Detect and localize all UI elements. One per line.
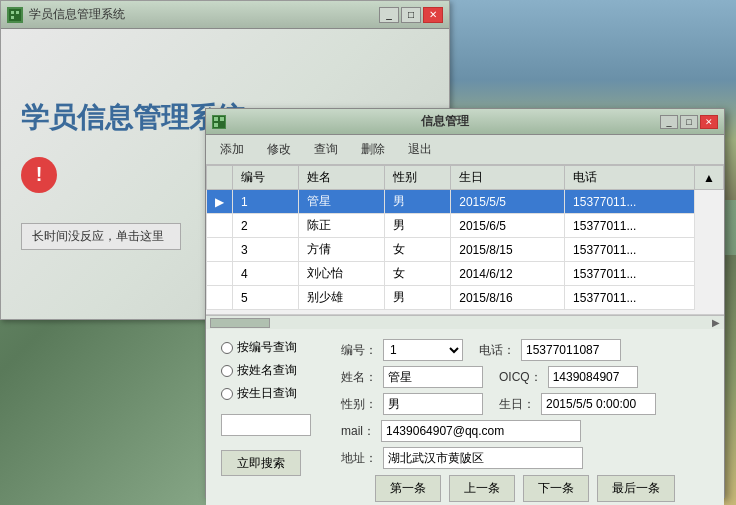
address-input[interactable]: [383, 447, 583, 469]
cell-birthday: 2015/5/5: [451, 190, 565, 214]
oicq-input[interactable]: [548, 366, 638, 388]
oicq-label: OICQ：: [499, 369, 542, 386]
gender-input[interactable]: [383, 393, 483, 415]
col-id: 编号: [233, 166, 299, 190]
address-label: 地址：: [341, 450, 377, 467]
main-maximize-button[interactable]: □: [680, 115, 698, 129]
data-table: 编号 姓名 性别 生日 电话 ▲ ▶ 1 管星 男 2015/5/5: [206, 165, 724, 310]
cell-id: 1: [233, 190, 299, 214]
cell-name: 管星: [299, 190, 385, 214]
svg-rect-6: [220, 117, 224, 121]
field-row-id-phone: 编号： 1 电话：: [341, 339, 709, 361]
id-select[interactable]: 1: [383, 339, 463, 361]
scrollbar-thumb[interactable]: [210, 318, 270, 328]
main-window-icon: [212, 115, 226, 129]
cell-gender: 男: [384, 190, 450, 214]
radio-by-name[interactable]: 按姓名查询: [221, 362, 331, 379]
main-window: 信息管理 _ □ ✕ 添加 修改 查询 删除 退出 编号 姓名 性别 生日 电话: [205, 108, 725, 498]
gender-label: 性别：: [341, 396, 377, 413]
radio-id-label: 按编号查询: [237, 339, 297, 356]
svg-rect-7: [214, 123, 218, 127]
name-label: 姓名：: [341, 369, 377, 386]
mail-input[interactable]: [381, 420, 581, 442]
mail-label: mail：: [341, 423, 375, 440]
main-titlebar: 信息管理 _ □ ✕: [206, 109, 724, 135]
cell-name: 别少雄: [299, 286, 385, 310]
scroll-right-arrow[interactable]: ▶: [712, 317, 720, 328]
search-button[interactable]: 立即搜索: [221, 450, 301, 476]
radio-by-birthday[interactable]: 按生日查询: [221, 385, 331, 402]
delete-button[interactable]: 删除: [357, 139, 389, 160]
cell-name: 方倩: [299, 238, 385, 262]
query-button[interactable]: 查询: [310, 139, 342, 160]
phone-input[interactable]: [521, 339, 621, 361]
cell-id: 3: [233, 238, 299, 262]
slow-response-button[interactable]: 长时间没反应，单击这里: [21, 223, 181, 250]
cell-phone: 15377011...: [565, 286, 695, 310]
row-arrow: [207, 238, 233, 262]
search-input[interactable]: [221, 414, 311, 436]
cell-name: 刘心怡: [299, 262, 385, 286]
next-button[interactable]: 下一条: [523, 475, 589, 502]
phone-label: 电话：: [479, 342, 515, 359]
name-input[interactable]: [383, 366, 483, 388]
col-scroll: ▲: [695, 166, 724, 190]
horizontal-scrollbar[interactable]: ▶: [206, 315, 724, 329]
birthday-label: 生日：: [499, 396, 535, 413]
svg-rect-0: [9, 9, 21, 21]
svg-rect-1: [11, 11, 14, 14]
col-gender: 性别: [384, 166, 450, 190]
bg-maximize-button[interactable]: □: [401, 7, 421, 23]
cell-id: 5: [233, 286, 299, 310]
cell-birthday: 2014/6/12: [451, 262, 565, 286]
row-arrow: ▶: [207, 190, 233, 214]
table-row[interactable]: 5 别少雄 男 2015/8/16 15377011...: [207, 286, 724, 310]
radio-birthday-circle: [221, 388, 233, 400]
table-row[interactable]: 4 刘心怡 女 2014/6/12 15377011...: [207, 262, 724, 286]
row-arrow: [207, 262, 233, 286]
field-row-name-oicq: 姓名： OICQ：: [341, 366, 709, 388]
main-minimize-button[interactable]: _: [660, 115, 678, 129]
bg-window-title: 学员信息管理系统: [29, 6, 377, 23]
col-name: 姓名: [299, 166, 385, 190]
svg-rect-3: [11, 16, 14, 19]
radio-by-id[interactable]: 按编号查询: [221, 339, 331, 356]
error-indicator: !: [21, 157, 57, 193]
form-fields: 编号： 1 电话： 姓名： OICQ： 性别： 生日：: [341, 339, 709, 502]
table-area: 编号 姓名 性别 生日 电话 ▲ ▶ 1 管星 男 2015/5/5: [206, 165, 724, 315]
nav-buttons: 第一条 上一条 下一条 最后一条: [341, 475, 709, 502]
edit-button[interactable]: 修改: [263, 139, 295, 160]
bg-minimize-button[interactable]: _: [379, 7, 399, 23]
birthday-input[interactable]: [541, 393, 656, 415]
table-row[interactable]: 3 方倩 女 2015/8/15 15377011...: [207, 238, 724, 262]
cell-phone: 15377011...: [565, 262, 695, 286]
table-row[interactable]: ▶ 1 管星 男 2015/5/5 15377011...: [207, 190, 724, 214]
col-birthday: 生日: [451, 166, 565, 190]
col-phone: 电话: [565, 166, 695, 190]
add-button[interactable]: 添加: [216, 139, 248, 160]
radio-name-circle: [221, 365, 233, 377]
table-scroll[interactable]: 编号 姓名 性别 生日 电话 ▲ ▶ 1 管星 男 2015/5/5: [206, 165, 724, 314]
radio-id-circle: [221, 342, 233, 354]
radio-birthday-label: 按生日查询: [237, 385, 297, 402]
id-label: 编号：: [341, 342, 377, 359]
cell-gender: 男: [384, 214, 450, 238]
cell-phone: 15377011...: [565, 190, 695, 214]
cell-phone: 15377011...: [565, 238, 695, 262]
last-button[interactable]: 最后一条: [597, 475, 675, 502]
main-close-button[interactable]: ✕: [700, 115, 718, 129]
main-window-title: 信息管理: [232, 113, 658, 130]
cell-name: 陈正: [299, 214, 385, 238]
table-row[interactable]: 2 陈正 男 2015/6/5 15377011...: [207, 214, 724, 238]
bg-close-button[interactable]: ✕: [423, 7, 443, 23]
prev-button[interactable]: 上一条: [449, 475, 515, 502]
radio-name-label: 按姓名查询: [237, 362, 297, 379]
col-arrow: [207, 166, 233, 190]
field-row-address: 地址：: [341, 447, 709, 469]
search-panel: 按编号查询 按姓名查询 按生日查询 立即搜索: [221, 339, 331, 502]
svg-rect-5: [214, 117, 218, 121]
bg-titlebar: 学员信息管理系统 _ □ ✕: [1, 1, 449, 29]
exit-button[interactable]: 退出: [404, 139, 436, 160]
first-button[interactable]: 第一条: [375, 475, 441, 502]
cell-birthday: 2015/8/15: [451, 238, 565, 262]
